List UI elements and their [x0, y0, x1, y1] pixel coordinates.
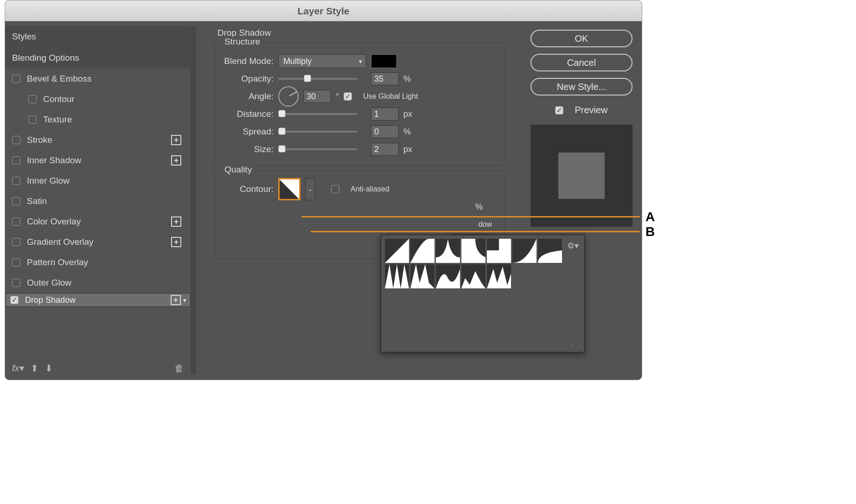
preview-checkbox[interactable]: ✓ [555, 106, 563, 115]
size-input[interactable] [371, 143, 399, 156]
effect-label: Drop Shadow [25, 295, 76, 305]
move-down-icon[interactable]: ⬇ [45, 363, 53, 374]
opacity-label: Opacity: [223, 74, 274, 84]
shadow-color-swatch[interactable] [371, 54, 397, 68]
contour-presets-panel: ⚙▾ ⟋⟋ [381, 235, 585, 352]
trash-icon[interactable]: 🗑 [174, 363, 184, 374]
contour-preset-4[interactable] [461, 239, 485, 263]
global-light-label: Use Global Light [363, 92, 418, 101]
effect-label: Bevel & Emboss [27, 74, 91, 84]
distance-slider[interactable] [278, 113, 357, 115]
size-label: Size: [223, 144, 274, 154]
callout-a: A [645, 210, 655, 224]
contour-preset-9[interactable] [410, 264, 434, 288]
fx-menu-icon[interactable]: fx▾ [12, 363, 24, 374]
size-unit: px [403, 145, 412, 154]
opacity-input[interactable] [371, 72, 399, 85]
effect-checkbox[interactable]: ✓ [10, 296, 19, 304]
add-effect-icon[interactable]: + [171, 237, 181, 247]
angle-unit: ° [336, 92, 339, 102]
effect-item-pattern-overlay[interactable]: Pattern Overlay [5, 252, 191, 273]
size-slider[interactable] [278, 148, 357, 150]
contour-preset-6[interactable] [512, 239, 537, 263]
callout-line-b [311, 231, 640, 232]
spread-slider[interactable] [278, 131, 357, 133]
effect-label: Texture [43, 115, 72, 125]
contour-preset-8[interactable] [385, 264, 409, 288]
effect-checkbox[interactable] [12, 217, 20, 226]
presets-gear-icon[interactable]: ⚙▾ [567, 241, 579, 251]
layer-style-dialog: Layer Style Styles Blending Options Beve… [5, 0, 642, 380]
effect-item-inner-shadow[interactable]: Inner Shadow+ [5, 150, 191, 171]
contour-label: Contour: [223, 184, 274, 194]
contour-preset-10[interactable] [436, 264, 460, 288]
styles-header[interactable]: Styles [5, 26, 191, 47]
ok-button[interactable]: OK [530, 30, 632, 47]
noise-unit: % [475, 202, 483, 212]
effect-item-gradient-overlay[interactable]: Gradient Overlay+ [5, 232, 191, 252]
effect-item-stroke[interactable]: Stroke+ [5, 130, 191, 150]
opacity-slider[interactable] [278, 78, 357, 80]
effect-checkbox[interactable] [12, 136, 20, 144]
effect-label: Inner Glow [27, 176, 70, 186]
effect-checkbox[interactable] [12, 197, 20, 205]
add-effect-icon[interactable]: + [171, 295, 181, 305]
opacity-unit: % [403, 74, 411, 84]
effect-checkbox[interactable] [28, 115, 37, 124]
effect-label: Inner Shadow [27, 155, 81, 166]
effect-item-texture[interactable]: Texture [5, 109, 191, 130]
effect-checkbox[interactable] [12, 279, 20, 287]
preview-label: Preview [575, 105, 607, 115]
effect-label: Color Overlay [27, 217, 81, 227]
angle-input[interactable] [303, 90, 331, 103]
angle-dial[interactable] [278, 86, 299, 107]
global-light-checkbox[interactable]: ✓ [344, 92, 352, 101]
callout-b: B [645, 224, 655, 239]
distance-input[interactable] [371, 108, 399, 121]
callout-line-a [301, 216, 640, 217]
anti-aliased-checkbox[interactable] [331, 185, 339, 193]
contour-preset-5[interactable] [487, 239, 511, 263]
effects-sidebar: Styles Blending Options Bevel & EmbossCo… [5, 21, 191, 380]
effect-item-color-overlay[interactable]: Color Overlay+ [5, 211, 191, 232]
effect-checkbox[interactable] [12, 177, 20, 185]
preview-box [530, 125, 632, 227]
resize-handle-icon[interactable]: ⟋⟋ [568, 342, 582, 350]
contour-dropdown-icon[interactable]: ⌄ [305, 178, 315, 200]
spread-unit: % [403, 127, 411, 137]
contour-preset-2[interactable] [410, 239, 434, 263]
sidebar-scrollbar[interactable] [191, 26, 196, 375]
cancel-button[interactable]: Cancel [530, 54, 632, 71]
add-effect-icon[interactable]: + [171, 217, 181, 227]
angle-label: Angle: [223, 91, 274, 102]
effect-item-satin[interactable]: Satin [5, 191, 191, 211]
contour-preset-7[interactable] [538, 239, 562, 263]
effect-checkbox[interactable] [12, 75, 20, 83]
move-up-icon[interactable]: ⬆ [31, 363, 38, 374]
contour-preset-11[interactable] [461, 264, 485, 288]
contour-swatch[interactable] [278, 178, 300, 200]
quality-legend: Quality [222, 165, 255, 175]
spread-input[interactable] [371, 125, 399, 138]
effect-checkbox[interactable] [12, 258, 20, 267]
contour-preset-12[interactable] [487, 264, 511, 288]
effect-checkbox[interactable] [12, 156, 20, 165]
add-effect-icon[interactable]: + [171, 135, 181, 145]
blend-mode-select[interactable]: Multiply [278, 54, 366, 68]
contour-preset-3[interactable] [436, 239, 460, 263]
anti-aliased-label: Anti-aliased [351, 185, 390, 193]
effect-item-contour[interactable]: Contour [5, 89, 191, 109]
contour-preset-1[interactable] [385, 239, 409, 263]
blending-options-header[interactable]: Blending Options [5, 47, 191, 69]
effect-item-inner-glow[interactable]: Inner Glow [5, 171, 191, 191]
distance-label: Distance: [223, 109, 274, 119]
new-style-button[interactable]: New Style... [530, 78, 632, 96]
distance-unit: px [403, 109, 412, 119]
add-effect-icon[interactable]: + [171, 155, 181, 166]
effect-checkbox[interactable] [28, 95, 37, 103]
effect-item-drop-shadow[interactable]: ✓Drop Shadow+ [5, 293, 191, 307]
effect-item-outer-glow[interactable]: Outer Glow [5, 273, 191, 293]
effect-checkbox[interactable] [12, 238, 20, 246]
effect-label: Contour [43, 94, 75, 104]
effect-item-bevel-emboss[interactable]: Bevel & Emboss [5, 69, 191, 89]
